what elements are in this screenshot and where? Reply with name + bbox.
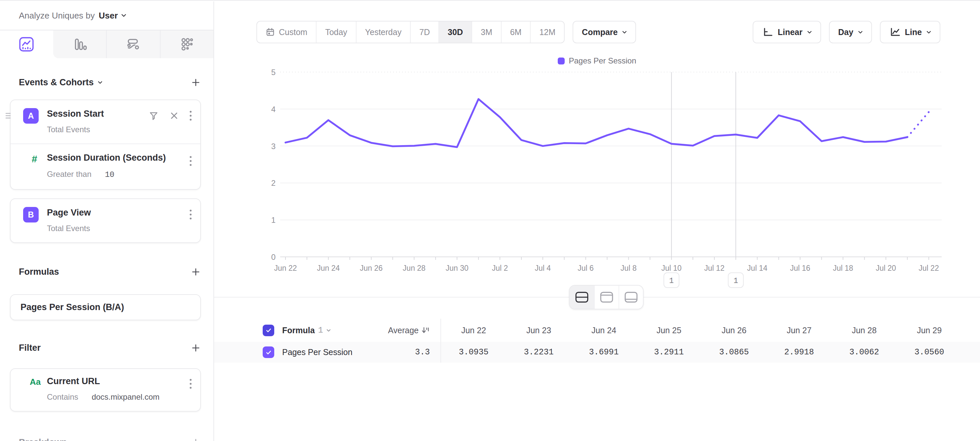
svg-text:Jun 22: Jun 22 (274, 264, 297, 272)
interval-dropdown[interactable]: Day (829, 21, 872, 43)
range-6m[interactable]: 6M (501, 21, 530, 43)
event-measure[interactable]: Total Events (38, 218, 190, 236)
chart-type-dropdown[interactable]: Line (880, 21, 940, 43)
date-column-header[interactable]: Jun 24 (571, 326, 636, 335)
svg-text:Jun 28: Jun 28 (403, 264, 426, 272)
property-title[interactable]: Session Duration (Seconds) (47, 153, 190, 163)
value-cell: 3.0865 (702, 347, 767, 357)
calendar-icon (266, 27, 275, 37)
date-column-header[interactable]: Jun 22 (441, 326, 506, 335)
svg-text:Jul 20: Jul 20 (876, 264, 896, 272)
value-cell: 3.6991 (571, 347, 636, 357)
filter-property-title[interactable]: Current URL (47, 376, 190, 387)
add-formula-button[interactable] (191, 267, 200, 276)
svg-text:1: 1 (733, 277, 738, 285)
analyze-label: Analyze Uniques by (19, 11, 95, 21)
condition-operator[interactable]: Greater than (47, 170, 92, 178)
compare-button[interactable]: Compare (573, 21, 636, 43)
formulas-section-title: Formulas (19, 267, 59, 277)
layout-split-button[interactable] (570, 286, 594, 309)
svg-text:5: 5 (271, 68, 275, 77)
average-value-cell: 3.3 (415, 347, 430, 357)
drag-handle-icon[interactable] (5, 112, 11, 119)
range-yesterday[interactable]: Yesterday (356, 21, 410, 43)
formula-column-header[interactable]: Formula 1 (282, 326, 331, 335)
linear-axis-icon (762, 27, 773, 37)
layout-table-only-button[interactable] (619, 286, 643, 309)
line-chart-icon (19, 37, 34, 52)
event-title[interactable]: Page View (38, 208, 190, 218)
date-column-header[interactable]: Jun 28 (832, 326, 897, 335)
range-custom[interactable]: Custom (257, 21, 316, 43)
svg-text:0: 0 (271, 253, 275, 261)
numeric-property-icon: # (32, 153, 37, 165)
condition-value[interactable]: 10 (105, 170, 115, 179)
line-chart-svg: 01234511Jun 22Jun 24Jun 26Jun 28Jun 30Ju… (214, 50, 980, 295)
chevron-down-icon (858, 31, 863, 34)
kebab-menu-icon[interactable] (189, 110, 192, 121)
value-cell: 3.2911 (636, 347, 702, 357)
date-column-header[interactable]: Jun 23 (506, 326, 571, 335)
sort-descending-icon (421, 326, 430, 334)
svg-text:Jul 22: Jul 22 (918, 264, 939, 272)
average-column-header[interactable]: Average (388, 326, 430, 335)
line-chart[interactable]: 01234511Jun 22Jun 24Jun 26Jun 28Jun 30Ju… (214, 50, 980, 295)
series-name-cell[interactable]: Pages Per Session (282, 347, 353, 357)
date-column-header[interactable]: Jun 26 (702, 326, 767, 335)
range-7d[interactable]: 7D (410, 21, 439, 43)
filter-section-title: Filter (19, 343, 41, 353)
svg-text:Jul 4: Jul 4 (535, 264, 551, 272)
svg-text:4: 4 (271, 105, 275, 114)
chevron-down-icon (807, 31, 812, 34)
kebab-menu-icon[interactable] (189, 378, 192, 389)
layout-chart-only-button[interactable] (594, 286, 619, 309)
event-card-session-start[interactable]: A Session Start Total Events (10, 100, 201, 190)
row-checkbox[interactable] (262, 347, 274, 358)
range-3m[interactable]: 3M (471, 21, 501, 43)
formula-card[interactable]: Pages Per Session (B/A) (10, 294, 201, 320)
range-30d[interactable]: 30D (439, 21, 471, 43)
range-today[interactable]: Today (316, 21, 356, 43)
results-table: Formula 1 Average Jun 22Jun 23Jun 24Jun … (214, 319, 980, 363)
date-column-header[interactable]: Jun 25 (636, 326, 702, 335)
add-filter-button[interactable] (191, 344, 200, 352)
chart-toolbar: CustomTodayYesterday7D30D3M6M12M Compare… (214, 21, 980, 44)
close-icon[interactable] (169, 111, 179, 121)
events-section-title[interactable]: Events & Cohorts (19, 77, 102, 88)
y-scale-dropdown[interactable]: Linear (752, 21, 821, 43)
filter-operator[interactable]: Contains (47, 392, 78, 401)
insights-report: Analyze Uniques by User (0, 0, 980, 441)
filter-funnel-icon[interactable] (148, 110, 159, 121)
formula-title[interactable]: Pages Per Session (B/A) (21, 302, 190, 312)
tab-bar-chart[interactable] (53, 30, 107, 58)
svg-text:Jul 6: Jul 6 (578, 264, 594, 272)
table-header-row: Formula 1 Average Jun 22Jun 23Jun 24Jun … (214, 319, 980, 342)
value-cell: 3.0062 (832, 347, 897, 357)
date-column-header[interactable]: Jun 29 (897, 326, 962, 335)
flow-icon (126, 37, 141, 52)
kebab-menu-icon[interactable] (189, 155, 192, 167)
value-cell: 3.2231 (506, 347, 571, 357)
tab-insights-line[interactable] (0, 30, 53, 58)
tab-flow[interactable] (106, 30, 160, 58)
date-column-header[interactable]: Jun 27 (767, 326, 832, 335)
event-card-page-view[interactable]: B Page View Total Events (10, 198, 201, 243)
chevron-down-icon (98, 81, 102, 84)
add-breakdown-button[interactable] (191, 438, 200, 441)
kebab-menu-icon[interactable] (189, 209, 192, 220)
line-chart-mini-icon (889, 27, 900, 37)
chevron-down-icon[interactable] (121, 14, 126, 17)
date-range-picker: CustomTodayYesterday7D30D3M6M12M (256, 21, 565, 43)
filter-value[interactable]: docs.mixpanel.com (92, 392, 159, 401)
svg-text:Jul 2: Jul 2 (492, 264, 508, 272)
table-row: Pages Per Session 3.3 3.09353.22313.6991… (214, 342, 980, 363)
range-12m[interactable]: 12M (530, 21, 564, 43)
tab-retention[interactable] (160, 30, 214, 58)
select-all-checkbox[interactable] (262, 325, 274, 336)
analyze-entity-dropdown[interactable]: User (99, 11, 118, 21)
event-measure[interactable]: Total Events (38, 119, 190, 137)
add-event-button[interactable] (191, 78, 200, 87)
filter-card-current-url[interactable]: Aa Current URL Contains docs.mixpanel.co… (10, 368, 201, 412)
svg-text:2: 2 (271, 178, 275, 188)
svg-text:3: 3 (271, 142, 275, 151)
